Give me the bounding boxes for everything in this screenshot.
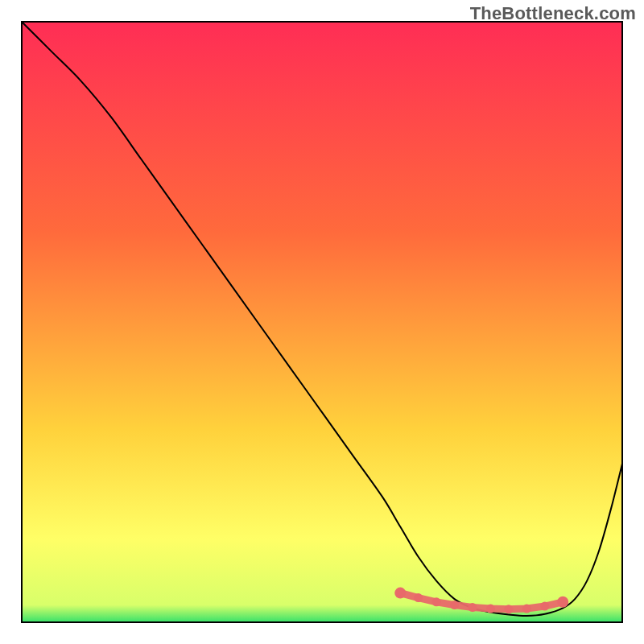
optimal-marker bbox=[414, 593, 423, 602]
optimal-marker bbox=[504, 605, 513, 613]
bottleneck-curve-chart bbox=[21, 21, 623, 623]
optimal-marker bbox=[432, 597, 441, 606]
optimal-marker bbox=[394, 588, 406, 599]
optimal-marker bbox=[540, 602, 549, 611]
gradient-background bbox=[21, 21, 623, 623]
optimal-marker bbox=[486, 605, 495, 613]
optimal-marker bbox=[557, 597, 568, 608]
watermark-label: TheBottleneck.com bbox=[470, 3, 636, 24]
optimal-marker bbox=[450, 601, 459, 609]
optimal-marker bbox=[522, 605, 531, 613]
optimal-marker bbox=[469, 603, 477, 612]
chart-plot-area bbox=[21, 21, 623, 623]
